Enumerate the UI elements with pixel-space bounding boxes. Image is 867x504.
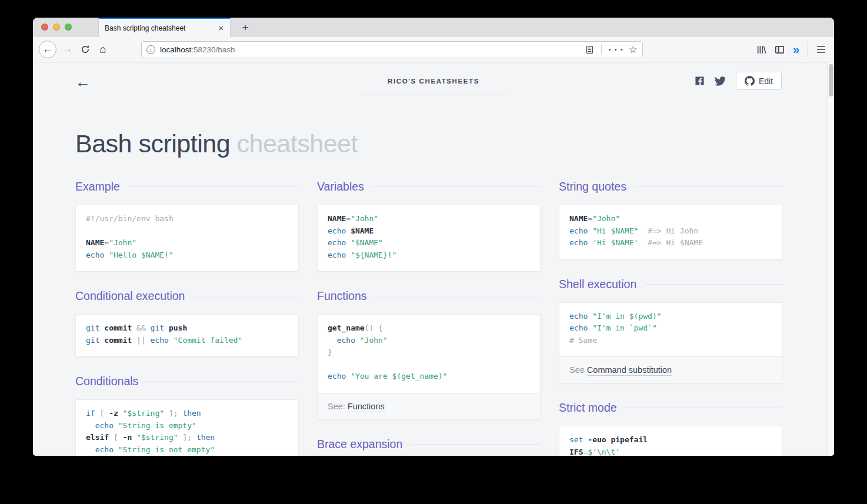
code-block: git commit && git pushgit commit || echo… bbox=[76, 315, 298, 356]
app-menu-button[interactable] bbox=[816, 45, 826, 54]
bookmark-star-icon[interactable]: ☆ bbox=[629, 44, 638, 56]
url-bar[interactable]: i localhost:58230/bash • • • ☆ bbox=[141, 41, 643, 58]
section-heading: Functions bbox=[317, 289, 541, 303]
section-title: Shell execution bbox=[559, 278, 636, 291]
section-rule bbox=[625, 408, 782, 408]
minimize-window-button[interactable] bbox=[53, 24, 60, 31]
code-block: set -euo pipefailIFS=$'\n\t' bbox=[559, 426, 782, 456]
screen: Bash scripting cheatsheet × + ← → ⌂ i lo… bbox=[0, 0, 867, 504]
page-actions-button[interactable]: • • • bbox=[609, 46, 624, 53]
twitter-share-button[interactable] bbox=[715, 76, 726, 86]
page-viewport: ← RICO'S CHEATSHEETS Edit bbox=[33, 62, 834, 456]
section-rule bbox=[128, 186, 299, 187]
page-back-button[interactable]: ← bbox=[75, 74, 91, 89]
code-line: # Same bbox=[569, 336, 772, 348]
home-button[interactable]: ⌂ bbox=[94, 41, 112, 58]
section-brace-expansion: Brace expansion bbox=[317, 438, 541, 451]
section-conditionals: Conditionalsif [ -z "$string" ]; then ec… bbox=[75, 375, 299, 456]
reader-view-icon bbox=[585, 45, 594, 54]
code-card: set -euo pipefailIFS=$'\n\t' bbox=[559, 426, 782, 456]
code-line bbox=[328, 360, 530, 372]
site-info-icon[interactable]: i bbox=[146, 45, 155, 54]
overflow-menu-button[interactable]: » bbox=[793, 44, 799, 55]
see-link[interactable]: Functions bbox=[348, 402, 385, 412]
browser-window: Bash scripting cheatsheet × + ← → ⌂ i lo… bbox=[33, 18, 834, 456]
code-line: echo 'Hi $NAME' #=> Hi $NAME bbox=[569, 238, 772, 251]
code-line: NAME="John" bbox=[328, 214, 530, 226]
code-line: echo "John" bbox=[328, 336, 530, 348]
see-label: See: bbox=[328, 402, 348, 411]
page-title: Bash scripting cheatsheet bbox=[33, 129, 834, 158]
facebook-icon bbox=[695, 76, 705, 86]
code-line bbox=[86, 226, 288, 239]
section-variables: VariablesNAME="John"echo $NAMEecho "$NAM… bbox=[317, 180, 541, 272]
sidebar-icon bbox=[775, 45, 785, 55]
column-2: VariablesNAME="John"echo $NAMEecho "$NAM… bbox=[317, 180, 541, 456]
code-card: #!/usr/bin/env bash NAME="John"echo "Hel… bbox=[75, 205, 299, 272]
facebook-share-button[interactable] bbox=[695, 76, 705, 86]
code-block: #!/usr/bin/env bash NAME="John"echo "Hel… bbox=[76, 205, 298, 271]
url-text: localhost:58230/bash bbox=[160, 45, 581, 54]
code-line: git commit && git push bbox=[86, 323, 288, 336]
section-shell-execution: Shell executionecho "I'm in $(pwd)"echo … bbox=[559, 278, 782, 384]
forward-button[interactable]: → bbox=[59, 41, 76, 58]
scrollbar-thumb[interactable] bbox=[829, 64, 833, 96]
section-heading: Conditional execution bbox=[75, 289, 299, 303]
library-button[interactable] bbox=[756, 45, 766, 55]
back-icon: ← bbox=[43, 44, 53, 55]
section-title: String quotes bbox=[559, 180, 626, 193]
code-card: if [ -z "$string" ]; then echo "String i… bbox=[75, 399, 299, 456]
library-icon bbox=[756, 45, 766, 55]
forward-icon: → bbox=[63, 44, 73, 55]
code-line: echo "Hello $NAME!" bbox=[86, 251, 288, 263]
reload-button[interactable] bbox=[76, 41, 94, 58]
code-block: if [ -z "$string" ]; then echo "String i… bbox=[76, 400, 298, 456]
close-window-button[interactable] bbox=[41, 24, 48, 31]
code-line: echo "$NAME" bbox=[328, 238, 530, 251]
code-card: echo "I'm in $(pwd)"echo "I'm in `pwd`"#… bbox=[559, 302, 782, 384]
code-line: } bbox=[328, 348, 530, 360]
home-icon: ⌂ bbox=[99, 43, 106, 56]
traffic-lights bbox=[41, 24, 72, 31]
browser-tab[interactable]: Bash scripting cheatsheet × bbox=[98, 18, 231, 37]
back-button[interactable]: ← bbox=[39, 41, 56, 58]
section-conditional-execution: Conditional executiongit commit && git p… bbox=[75, 289, 299, 357]
zoom-window-button[interactable] bbox=[65, 24, 72, 31]
code-line: echo "I'm in `pwd`" bbox=[569, 323, 772, 336]
new-tab-button[interactable]: + bbox=[237, 19, 254, 36]
section-title: Variables bbox=[317, 180, 364, 193]
edit-button[interactable]: Edit bbox=[736, 72, 782, 90]
scrollbar[interactable] bbox=[827, 62, 834, 456]
tab-close-icon[interactable]: × bbox=[216, 24, 225, 32]
github-icon bbox=[745, 76, 755, 86]
code-line: echo "I'm in $(pwd)" bbox=[569, 312, 772, 324]
header-actions: Edit bbox=[695, 72, 782, 90]
code-line: set -euo pipefail bbox=[569, 435, 772, 448]
section-rule bbox=[411, 444, 541, 445]
twitter-icon bbox=[715, 76, 726, 86]
section-rule bbox=[372, 186, 541, 187]
code-line: IFS=$'\n\t' bbox=[569, 448, 772, 456]
column-1: Example#!/usr/bin/env bash NAME="John"ec… bbox=[75, 180, 299, 456]
sidebar-button[interactable] bbox=[775, 45, 785, 55]
cheatsheet-columns: Example#!/usr/bin/env bash NAME="John"ec… bbox=[33, 180, 834, 456]
back-arrow-icon: ← bbox=[75, 73, 91, 91]
navigation-toolbar: ← → ⌂ i localhost:58230/bash • • • ☆ bbox=[33, 37, 834, 62]
section-title: Conditionals bbox=[75, 375, 138, 388]
urlbar-separator bbox=[601, 44, 602, 55]
code-line: get_name() { bbox=[328, 323, 530, 336]
code-line: if [ -z "$string" ]; then bbox=[86, 409, 288, 421]
section-title: Example bbox=[75, 180, 120, 193]
reader-view-button[interactable] bbox=[585, 45, 594, 54]
code-line: echo "${NAME}!" bbox=[328, 251, 530, 263]
code-card: get_name() { echo "John"} echo "You are … bbox=[317, 314, 541, 420]
section-heading: Conditionals bbox=[75, 375, 299, 388]
code-block: NAME="John"echo "Hi $NAME" #=> Hi Johnec… bbox=[559, 205, 782, 259]
code-block: echo "I'm in $(pwd)"echo "I'm in `pwd`"#… bbox=[559, 303, 782, 357]
code-block: get_name() { echo "John"} echo "You are … bbox=[318, 315, 540, 393]
see-link[interactable]: Command substitution bbox=[587, 365, 672, 376]
code-line: echo $NAME bbox=[328, 226, 530, 239]
section-heading: Variables bbox=[317, 180, 541, 193]
site-title: RICO'S CHEATSHEETS bbox=[362, 78, 506, 85]
edit-button-label: Edit bbox=[759, 76, 773, 86]
